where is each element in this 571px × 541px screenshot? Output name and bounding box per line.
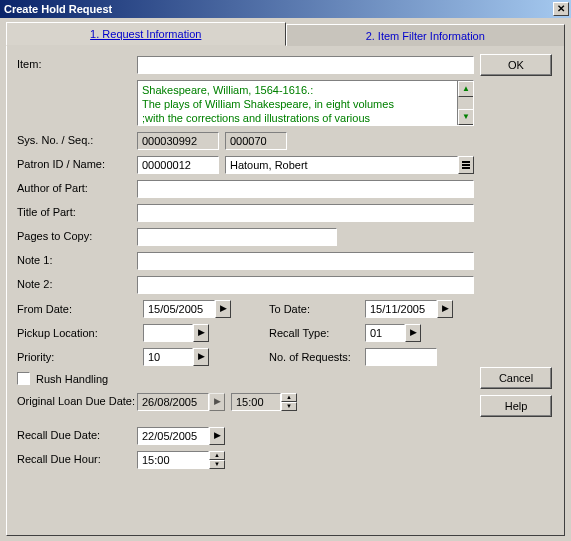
orig-due-date-picker-button: ▶ [209,393,225,411]
help-button[interactable]: Help [480,395,552,417]
rush-handling-label[interactable]: Rush Handling [36,373,108,385]
to-date-label: To Date: [269,303,359,315]
priority-input[interactable] [143,348,193,366]
recall-type-picker-button[interactable]: ▶ [405,324,421,342]
recall-type-input[interactable] [365,324,405,342]
item-desc-line2: The plays of William Shakespeare, in eig… [142,97,469,111]
close-button[interactable]: ✕ [553,2,569,16]
spinner-up-icon: ▲ [281,393,297,402]
no-requests-label: No. of Requests: [269,351,359,363]
title-input[interactable] [137,204,474,222]
tab-request-information[interactable]: 1. Request Information [6,22,286,46]
orig-due-time-input [231,393,281,411]
svg-rect-0 [462,161,470,163]
ok-button[interactable]: OK [480,54,552,76]
patron-label: Patron ID / Name: [17,156,137,170]
item-desc-line3: ;with the corrections and illustrations … [142,111,469,125]
title-label: Title of Part: [17,204,137,218]
patron-name-input[interactable] [225,156,458,174]
from-date-input[interactable] [143,300,215,318]
item-desc-line1: Shakespeare, William, 1564-1616.: [142,83,469,97]
patron-id-input[interactable] [137,156,219,174]
pages-input[interactable] [137,228,337,246]
to-date-picker-button[interactable]: ▶ [437,300,453,318]
tab-strip: 1. Request Information 2. Item Filter In… [6,24,565,46]
svg-rect-2 [462,167,470,169]
from-date-picker-button[interactable]: ▶ [215,300,231,318]
tab-content: OK Item: Shakespeare, William, 1564-1616… [6,46,565,536]
recall-due-hour-label: Recall Due Hour: [17,451,137,465]
sysno-label: Sys. No. / Seq.: [17,132,137,146]
from-date-label: From Date: [17,303,137,315]
recall-due-hour-input[interactable] [137,451,209,469]
rush-handling-checkbox[interactable] [17,372,30,385]
note2-input[interactable] [137,276,474,294]
sysno-input [137,132,219,150]
titlebar: Create Hold Request ✕ [0,0,571,18]
item-desc-scrollbar[interactable]: ▲ ▼ [457,81,473,125]
tab-item-filter-information[interactable]: 2. Item Filter Information [286,24,566,46]
recall-due-hour-spinner[interactable]: ▲ ▼ [209,451,225,469]
priority-picker-button[interactable]: ▶ [193,348,209,366]
pickup-picker-button[interactable]: ▶ [193,324,209,342]
to-date-input[interactable] [365,300,437,318]
orig-due-date-input [137,393,209,411]
patron-lookup-button[interactable] [458,156,474,174]
note2-label: Note 2: [17,276,137,290]
author-input[interactable] [137,180,474,198]
pickup-input[interactable] [143,324,193,342]
item-input[interactable] [137,56,474,74]
window-title: Create Hold Request [4,3,553,15]
item-description: Shakespeare, William, 1564-1616.: The pl… [137,80,474,126]
priority-label: Priority: [17,351,137,363]
recall-due-date-label: Recall Due Date: [17,427,137,441]
orig-due-time-spinner: ▲ ▼ [281,393,297,411]
spinner-down-icon[interactable]: ▼ [209,460,225,469]
recall-due-date-picker-button[interactable]: ▶ [209,427,225,445]
no-requests-input[interactable] [365,348,437,366]
scroll-up-icon[interactable]: ▲ [458,81,474,97]
svg-rect-1 [462,164,470,166]
list-icon [461,160,471,170]
author-label: Author of Part: [17,180,137,194]
pickup-label: Pickup Location: [17,327,137,339]
pages-label: Pages to Copy: [17,228,137,242]
seq-input [225,132,287,150]
item-label: Item: [17,56,137,70]
note1-input[interactable] [137,252,474,270]
recall-due-date-input[interactable] [137,427,209,445]
recall-type-label: Recall Type: [269,327,359,339]
spinner-up-icon[interactable]: ▲ [209,451,225,460]
orig-due-label: Original Loan Due Date: [17,393,137,407]
scroll-down-icon[interactable]: ▼ [458,109,474,125]
spinner-down-icon: ▼ [281,402,297,411]
cancel-button[interactable]: Cancel [480,367,552,389]
note1-label: Note 1: [17,252,137,266]
